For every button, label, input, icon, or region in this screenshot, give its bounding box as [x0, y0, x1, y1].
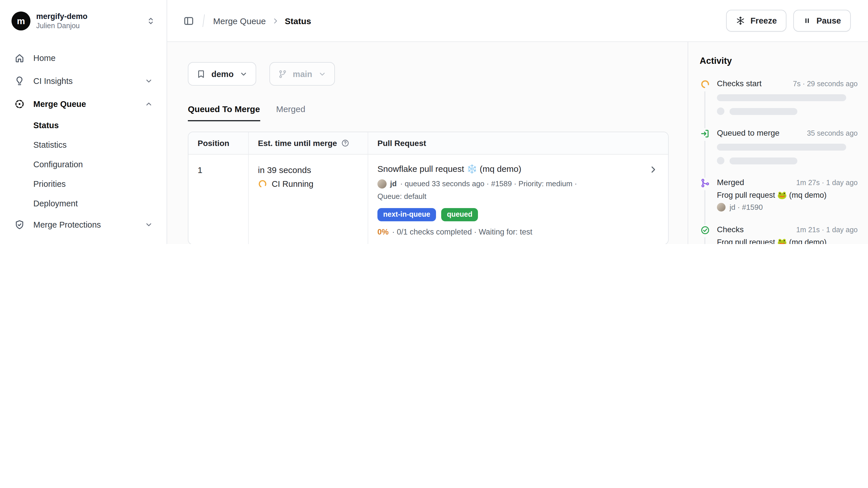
skeleton-bar	[717, 144, 846, 151]
column-pull-request: Pull Request	[368, 132, 668, 154]
sidebar-item-home[interactable]: Home	[7, 47, 160, 69]
skeleton-avatar	[717, 108, 724, 115]
repo-selector[interactable]: demo	[188, 62, 256, 86]
ci-running-spinner-icon	[258, 179, 267, 189]
queue-content: demo main	[167, 42, 688, 244]
skeleton-bar	[730, 108, 797, 115]
main-area: Merge Queue Status Freeze Pause	[167, 0, 868, 244]
tab-merged[interactable]: Merged	[276, 104, 305, 121]
activity-panel: Activity Checks start 7s · 29 seconds ag…	[688, 42, 868, 244]
sidebar-item-status[interactable]: Status	[7, 116, 160, 135]
sidebar-item-deployment[interactable]: Deployment	[7, 194, 160, 213]
activity-title: Activity	[700, 56, 858, 66]
activity-label: Checks start	[717, 79, 762, 88]
pause-icon	[803, 17, 811, 25]
badge-queued: queued	[441, 208, 478, 221]
freeze-button[interactable]: Freeze	[726, 10, 787, 32]
check-circle-icon	[700, 225, 710, 237]
row-expand-chevron-icon[interactable]	[649, 165, 658, 174]
sidebar-item-label: Merge Protections	[33, 220, 101, 229]
chevron-up-icon	[145, 100, 153, 108]
badge-next-in-queue: next-in-queue	[377, 208, 436, 221]
git-branch-icon	[278, 69, 287, 79]
sidebar-item-ci-insights[interactable]: CI Insights	[7, 69, 160, 92]
chevron-down-icon	[145, 77, 153, 85]
shield-icon	[14, 219, 25, 230]
pr-badges: next-in-queue queued	[377, 208, 642, 221]
skeleton-bar	[730, 157, 797, 164]
pr-meta: jd · queued 33 seconds ago · #1589 · Pri…	[377, 178, 601, 202]
avatar	[377, 179, 386, 189]
skeleton-bar	[717, 94, 846, 101]
activity-pr-title[interactable]: Frog pull request 🐸 (mq demo)	[717, 190, 858, 199]
sidebar-item-merge-protections[interactable]: Merge Protections	[7, 213, 160, 236]
pr-author: jd	[390, 178, 397, 190]
sidebar-item-configuration[interactable]: Configuration	[7, 154, 160, 174]
snowflake-icon	[736, 16, 745, 25]
pause-label: Pause	[816, 16, 841, 25]
activity-time: 35 seconds ago	[807, 129, 858, 137]
sidebar-item-statistics[interactable]: Statistics	[7, 135, 160, 154]
org-switcher[interactable]: m mergify-demo Julien Danjou	[7, 7, 160, 35]
pause-button[interactable]: Pause	[794, 10, 851, 32]
chevron-down-icon	[145, 221, 153, 229]
activity-time: 7s · 29 seconds ago	[793, 80, 858, 88]
org-user: Julien Danjou	[36, 21, 141, 30]
sidebar: m mergify-demo Julien Danjou Home CI Ins	[0, 0, 167, 244]
table-header-row: Position Est. time until merge Pull Requ…	[188, 132, 668, 154]
activity-label: Queued to merge	[717, 128, 779, 137]
pr-meta-text: · queued 33 seconds ago · #1589 · Priori…	[400, 178, 577, 190]
breadcrumb-merge-queue[interactable]: Merge Queue	[213, 16, 266, 26]
pr-checks-line: 0% · 0/1 checks completed · Waiting for:…	[377, 228, 642, 236]
sidebar-item-label: Home	[33, 54, 56, 63]
checks-progress: 0%	[377, 228, 389, 236]
queue-table: Position Est. time until merge Pull Requ…	[188, 132, 669, 244]
ci-status-label: CI Running	[272, 179, 313, 189]
sidebar-item-label: Merge Queue	[33, 99, 86, 109]
sidebar-item-priorities[interactable]: Priorities	[7, 174, 160, 194]
activity-label: Merged	[717, 178, 744, 187]
sidebar-item-merge-queue[interactable]: Merge Queue	[7, 92, 160, 116]
tab-queued-to-merge[interactable]: Queued To Merge	[188, 104, 260, 121]
org-name: mergify-demo	[36, 11, 141, 21]
repo-name: demo	[211, 69, 234, 79]
activity-item: Checks 1m 21s · 1 day ago Frog pull requ…	[700, 225, 858, 244]
breadcrumb: Merge Queue Status	[213, 16, 311, 26]
activity-item: Merged 1m 27s · 1 day ago Frog pull requ…	[700, 178, 858, 211]
help-circle-icon[interactable]	[341, 139, 349, 147]
repo-icon	[196, 69, 206, 79]
git-merge-icon	[700, 178, 710, 190]
activity-time: 1m 27s · 1 day ago	[796, 179, 858, 187]
workflow-icon	[14, 242, 25, 244]
app-window: m mergify-demo Julien Danjou Home CI Ins	[0, 0, 868, 244]
sidebar-item-label: Workflow Automation	[33, 243, 112, 244]
queue-row[interactable]: 1 in 39 seconds CI Running	[188, 154, 668, 244]
avatar	[717, 203, 725, 211]
column-est-time: Est. time until merge	[249, 132, 368, 154]
activity-pr-title[interactable]: Frog pull request 🐸 (mq demo)	[717, 237, 858, 244]
checks-summary: · 0/1 checks completed · Waiting for: te…	[392, 228, 532, 236]
merge-queue-icon	[14, 98, 25, 110]
sidebar-item-label: CI Insights	[33, 77, 73, 86]
pr-title[interactable]: Snowflake pull request ❄️ (mq demo)	[377, 163, 642, 174]
breadcrumb-status: Status	[285, 16, 311, 26]
branch-selector[interactable]: main	[269, 62, 335, 86]
column-position: Position	[188, 132, 249, 154]
lightbulb-icon	[14, 75, 25, 87]
divider	[203, 15, 205, 27]
queued-to-merge-icon	[700, 128, 710, 141]
checks-start-spinner-icon	[700, 79, 710, 91]
eta-cell: in 39 seconds CI Running	[249, 154, 368, 244]
select-updown-icon	[147, 17, 155, 25]
branch-name: main	[293, 69, 312, 79]
sidebar-toggle-icon[interactable]	[181, 13, 196, 28]
mergify-logo: m	[11, 11, 30, 30]
eta-value: in 39 seconds	[258, 163, 359, 175]
viewport: m mergify-demo Julien Danjou Home CI Ins	[0, 0, 868, 244]
merge-queue-subnav: Status Statistics Configuration Prioriti…	[7, 116, 160, 213]
skeleton-avatar	[717, 157, 724, 164]
sidebar-nav: Home CI Insights Merge Queue	[0, 38, 166, 244]
sidebar-item-workflow-automation[interactable]: Workflow Automation	[7, 236, 160, 244]
chevron-down-icon	[239, 70, 247, 78]
queue-tabs: Queued To Merge Merged	[188, 104, 669, 121]
